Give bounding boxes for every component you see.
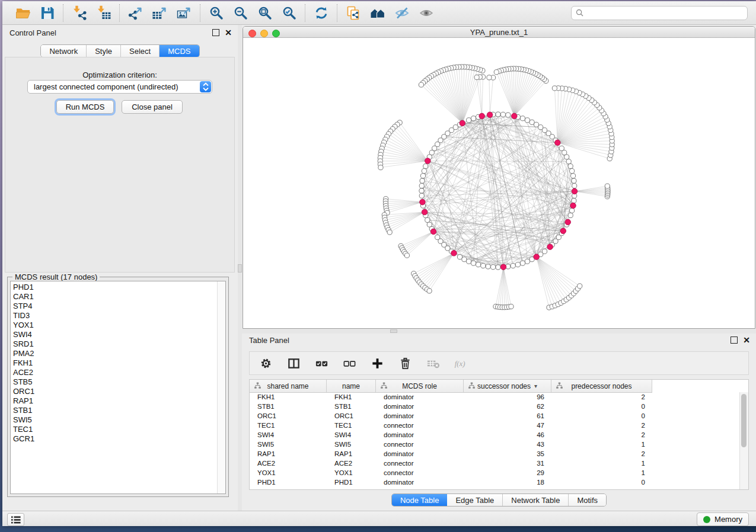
table-row[interactable]: ACE2ACE2connector311: [250, 459, 740, 468]
import-network-icon[interactable]: [71, 5, 87, 21]
column-label: shared name: [267, 382, 308, 390]
mcds-result-list[interactable]: PHD1CAR1STP4TID3YOX1SWI4SRD1PMA2FKH1ACE2…: [10, 281, 226, 494]
tab-style[interactable]: Style: [87, 45, 121, 57]
table-scrollbar-thumb[interactable]: [741, 394, 747, 447]
mcds-result-item[interactable]: ORC1: [13, 387, 225, 396]
main-toolbar: [2, 1, 756, 25]
select-all-rows-icon[interactable]: [314, 355, 330, 371]
close-table-panel-icon[interactable]: ✕: [743, 337, 750, 343]
mcds-result-item[interactable]: RAP1: [13, 396, 225, 406]
close-panel-button[interactable]: Close panel: [122, 100, 183, 114]
mcds-result-item[interactable]: YOX1: [13, 321, 225, 330]
table-row[interactable]: ORC1ORC1dominator610: [250, 411, 740, 421]
table-row[interactable]: TEC1TEC1connector472: [250, 421, 740, 430]
equation-builder-icon: f(x): [453, 355, 469, 371]
table-scrollbar[interactable]: [739, 392, 748, 489]
table-tabs: Node TableEdge TableNetwork TableMotifs: [391, 493, 607, 507]
create-column-icon[interactable]: [369, 355, 385, 371]
mcds-result-item[interactable]: PHD1: [13, 283, 225, 292]
column-header-successor-nodes[interactable]: successor nodes▾: [464, 380, 551, 392]
network-window-titlebar[interactable]: YPA_prune.txt_1: [243, 27, 755, 38]
open-session-icon[interactable]: [15, 5, 31, 21]
network-from-selection-icon[interactable]: [345, 5, 361, 21]
table-row[interactable]: STB1STB1dominator620: [250, 402, 740, 411]
show-all-icon[interactable]: [418, 5, 434, 21]
table-cell: connector: [376, 460, 464, 467]
import-table-icon[interactable]: [95, 5, 111, 21]
mcds-result-item[interactable]: STB1: [13, 406, 225, 415]
mcds-result-group: MCDS result (17 nodes) PHD1CAR1STP4TID3Y…: [7, 277, 229, 497]
mcds-result-item[interactable]: CAR1: [13, 292, 225, 302]
mcds-result-item[interactable]: TEC1: [13, 425, 225, 434]
save-session-icon[interactable]: [39, 5, 55, 21]
search-input[interactable]: [586, 8, 743, 18]
mcds-list-scrollbar[interactable]: [217, 281, 225, 493]
control-panel-header: Control Panel ✕: [2, 27, 238, 39]
column-header-MCDS-role[interactable]: MCDS role: [376, 380, 464, 392]
tab-motifs[interactable]: Motifs: [569, 494, 606, 506]
mcds-result-item[interactable]: GCR1: [13, 434, 225, 444]
mcds-result-item[interactable]: SWI5: [13, 415, 225, 425]
tab-mcds[interactable]: MCDS: [160, 45, 199, 57]
refresh-view-icon[interactable]: [313, 5, 329, 21]
mcds-result-item[interactable]: ACE2: [13, 368, 225, 377]
zoom-in-icon[interactable]: [208, 5, 224, 21]
hide-selected-icon[interactable]: [394, 5, 410, 21]
network-window: YPA_prune.txt_1: [243, 26, 755, 329]
first-neighbors-icon[interactable]: [369, 5, 385, 21]
float-table-panel-icon[interactable]: [731, 336, 738, 344]
column-header-predecessor-nodes[interactable]: predecessor nodes: [551, 380, 652, 392]
task-history-button[interactable]: [7, 513, 24, 526]
tab-edge-table[interactable]: Edge Table: [447, 494, 503, 506]
horizontal-splitter-handle[interactable]: [390, 329, 397, 333]
tab-node-table[interactable]: Node Table: [392, 494, 448, 506]
zoom-selected-icon[interactable]: [281, 5, 297, 21]
column-header-shared-name[interactable]: shared name: [250, 380, 327, 392]
mcds-result-item[interactable]: STB5: [13, 377, 225, 387]
zoom-fit-icon[interactable]: [257, 5, 273, 21]
mcds-result-item[interactable]: SWI4: [13, 330, 225, 339]
table-cell: dominator: [376, 450, 464, 457]
column-header-name[interactable]: name: [327, 380, 376, 392]
deselect-all-rows-icon[interactable]: [342, 355, 358, 371]
mcds-panel: Optimization criterion: largest connecte…: [5, 57, 235, 273]
table-row[interactable]: YOX1YOX1connector291: [250, 468, 740, 477]
optimization-criterion-select[interactable]: largest connected component (undirected): [27, 80, 212, 94]
vertical-splitter[interactable]: [238, 25, 242, 511]
mcds-result-item[interactable]: TID3: [13, 311, 225, 321]
export-network-icon[interactable]: [127, 5, 143, 21]
table-cell: 46: [464, 431, 551, 438]
export-image-icon[interactable]: [176, 5, 192, 21]
table-row[interactable]: SWI5SWI5connector431: [250, 440, 740, 449]
show-columns-icon[interactable]: [286, 355, 302, 371]
table-row[interactable]: SWI4SWI4dominator462: [250, 430, 740, 440]
float-panel-icon[interactable]: [212, 29, 219, 36]
table-cell: connector: [376, 441, 464, 448]
delete-columns-icon[interactable]: [397, 355, 413, 371]
search-box[interactable]: [571, 6, 748, 20]
table-header-row: shared namenameMCDS rolesuccessor nodes▾…: [250, 380, 652, 393]
run-mcds-button[interactable]: Run MCDS: [56, 100, 114, 114]
network-window-title: YPA_prune.txt_1: [243, 28, 755, 37]
zoom-out-icon[interactable]: [232, 5, 248, 21]
mcds-result-item[interactable]: SRD1: [13, 339, 225, 349]
memory-button[interactable]: Memory: [697, 512, 749, 526]
horizontal-splitter[interactable]: [242, 329, 756, 334]
mcds-result-item[interactable]: PMA2: [13, 349, 225, 358]
vertical-splitter-handle[interactable]: [238, 264, 242, 273]
tab-network-table[interactable]: Network Table: [503, 494, 569, 506]
table-row[interactable]: PHD1PHD1dominator180: [250, 477, 740, 487]
table-row[interactable]: FKH1FKH1dominator962: [250, 392, 740, 402]
tab-network[interactable]: Network: [41, 45, 87, 57]
column-type-icon: [468, 382, 476, 390]
network-graph[interactable]: [243, 38, 755, 328]
table-row[interactable]: RAP1RAP1dominator352: [250, 449, 740, 459]
mcds-result-item[interactable]: STP4: [13, 302, 225, 311]
mcds-result-item[interactable]: FKH1: [13, 358, 225, 368]
sort-chevron-icon[interactable]: ▾: [534, 383, 537, 389]
network-canvas[interactable]: [243, 38, 755, 328]
export-table-icon[interactable]: [152, 5, 168, 21]
close-panel-icon[interactable]: ✕: [225, 30, 232, 36]
table-settings-gear-icon[interactable]: [258, 355, 274, 371]
tab-select[interactable]: Select: [121, 45, 160, 57]
